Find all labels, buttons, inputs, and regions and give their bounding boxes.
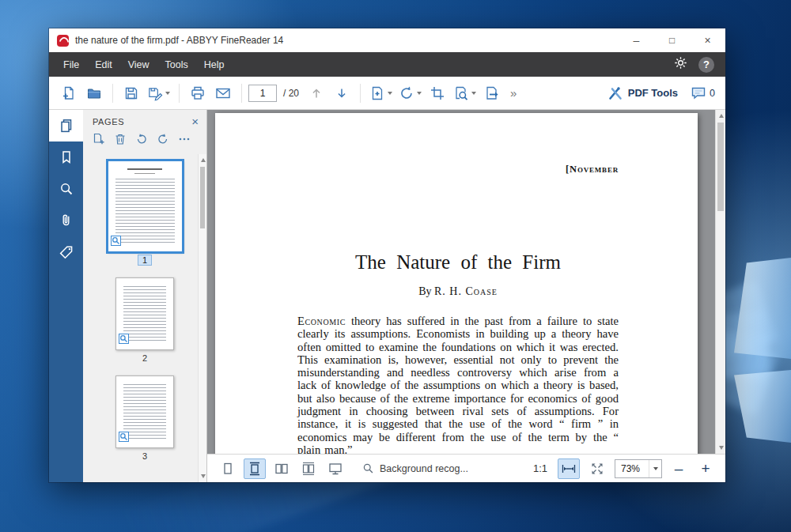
menu-bar: File Edit View Tools Help ? (49, 52, 725, 77)
actual-size-button[interactable]: 1:1 (529, 458, 551, 479)
arrow-down-icon (335, 86, 349, 100)
scroll-up-arrow-icon[interactable] (719, 114, 724, 118)
view-single-page-button[interactable] (217, 458, 239, 479)
search-icon (362, 462, 374, 474)
verify-text-button[interactable] (451, 81, 479, 105)
activity-sidebar (49, 110, 83, 482)
close-panel-button[interactable]: × (191, 117, 199, 126)
toolbar-overflow-button[interactable]: » (505, 86, 521, 100)
zoom-out-button[interactable]: – (668, 458, 689, 479)
panel-rotate-right-button[interactable] (157, 133, 169, 149)
comments-button[interactable]: 0 (688, 81, 717, 105)
menu-edit[interactable]: Edit (87, 54, 120, 76)
sidebar-item-signatures[interactable] (49, 236, 83, 268)
view-two-pages-continuous-button[interactable] (297, 458, 320, 479)
scroll-down-arrow-icon[interactable] (201, 474, 206, 478)
document-column: [November The Nature of the Firm By R. H… (207, 110, 725, 482)
page-number-label: 2 (115, 353, 174, 363)
crop-button[interactable] (426, 81, 449, 105)
new-document-icon (61, 85, 77, 101)
panel-delete-page-button[interactable] (114, 133, 127, 149)
view-two-pages-button[interactable] (271, 458, 293, 479)
scroll-up-arrow-icon[interactable] (201, 158, 206, 162)
page-thumbnail-2[interactable]: 2 (115, 277, 174, 363)
main-area: PAGES × (49, 110, 725, 482)
article-title: The Nature of the Firm (297, 251, 619, 274)
page-thumbnail-1[interactable]: 1 (108, 160, 183, 265)
menu-view[interactable]: View (120, 54, 157, 76)
chevron-down-icon (165, 92, 170, 95)
pdf-tools-icon (607, 85, 623, 101)
rotate-page-button[interactable] (396, 81, 424, 105)
panel-rotate-left-button[interactable] (135, 133, 148, 149)
add-page-icon (369, 85, 385, 101)
pages-panel-toolbar (83, 129, 206, 154)
page-thumbnail-3[interactable]: 3 (115, 375, 174, 461)
scrollbar-thumb[interactable] (717, 123, 724, 211)
crop-icon (430, 85, 445, 101)
view-continuous-button[interactable] (244, 458, 266, 479)
help-icon[interactable]: ? (698, 57, 714, 73)
main-toolbar: / 20 (49, 77, 725, 110)
add-pages-button[interactable] (367, 81, 395, 105)
pages-panel: PAGES × (83, 110, 207, 482)
fit-page-button[interactable] (586, 458, 608, 479)
fit-width-icon (562, 462, 576, 476)
bookmark-icon (59, 149, 74, 165)
page-number-label: 3 (115, 451, 174, 461)
zoom-in-button[interactable]: + (695, 458, 716, 479)
thumbnail-image (108, 160, 183, 252)
thumbnail-fake-text (123, 286, 166, 341)
thumbnails-scrollbar[interactable] (198, 154, 206, 482)
sidebar-item-search[interactable] (49, 173, 83, 205)
panel-more-button[interactable] (178, 133, 191, 149)
pdf-tools-button[interactable]: PDF Tools (605, 81, 680, 105)
export-button[interactable] (480, 81, 504, 105)
background-recognition-status[interactable]: Background recog... (362, 462, 468, 474)
print-icon (190, 85, 206, 101)
thumbnail-list: 1 2 (83, 154, 206, 482)
document-scrollbar[interactable] (715, 110, 725, 454)
maximize-button[interactable]: □ (654, 28, 690, 52)
previous-page-button[interactable] (305, 81, 328, 105)
email-button[interactable] (211, 81, 235, 105)
panel-add-page-button[interactable] (93, 133, 105, 149)
sidebar-item-attachments[interactable] (49, 205, 83, 236)
scroll-down-arrow-icon[interactable] (719, 446, 724, 450)
scrollbar-thumb[interactable] (200, 167, 205, 228)
settings-gear-icon[interactable] (674, 56, 687, 73)
new-task-button[interactable] (57, 81, 81, 105)
save-as-button[interactable] (145, 81, 172, 105)
zoom-select[interactable]: 73% (615, 459, 662, 478)
toolbar-separator (112, 84, 113, 103)
fit-width-button[interactable] (558, 458, 580, 479)
window-controls: – □ × (619, 28, 725, 52)
minimize-button[interactable]: – (619, 28, 654, 52)
save-button[interactable] (119, 81, 143, 105)
toolbar-separator (241, 84, 242, 103)
paperclip-icon (59, 213, 74, 228)
thumbnail-fake-title (127, 168, 163, 170)
desktop: the nature of the firm.pdf - ABBYY FineR… (0, 0, 791, 532)
comments-count: 0 (710, 88, 715, 99)
sidebar-item-bookmarks[interactable] (49, 141, 83, 173)
page-number-input[interactable] (248, 85, 277, 102)
rotate-left-icon (135, 133, 148, 145)
signature-tag-icon (59, 244, 74, 260)
single-page-icon (221, 462, 235, 476)
presentation-mode-button[interactable] (324, 458, 346, 479)
pages-panel-title: PAGES (93, 117, 124, 126)
menu-help[interactable]: Help (196, 54, 233, 76)
menu-tools[interactable]: Tools (157, 54, 196, 76)
document-viewer[interactable]: [November The Nature of the Firm By R. H… (207, 110, 725, 454)
close-button[interactable]: × (690, 28, 725, 52)
rotate-icon (399, 85, 414, 101)
title-bar: the nature of the firm.pdf - ABBYY FineR… (49, 28, 725, 52)
sidebar-item-pages[interactable] (49, 110, 83, 141)
open-button[interactable] (82, 81, 106, 105)
menu-file[interactable]: File (55, 54, 87, 76)
toolbar-separator (179, 84, 180, 103)
print-button[interactable] (186, 81, 210, 105)
finereader-window: the nature of the firm.pdf - ABBYY FineR… (49, 28, 725, 482)
next-page-button[interactable] (330, 81, 354, 105)
